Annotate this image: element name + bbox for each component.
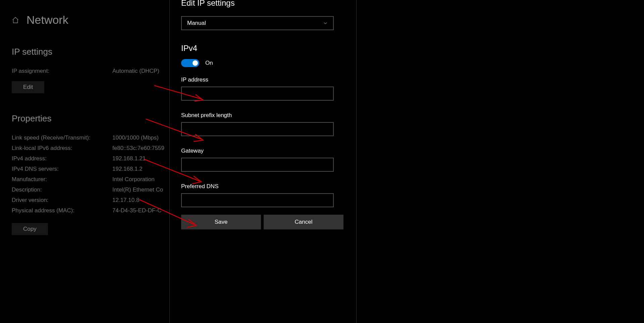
subnet-label: Subnet prefix length: [181, 112, 345, 119]
page-title: Network: [26, 13, 68, 26]
ip-address-input[interactable]: [181, 87, 334, 101]
save-button[interactable]: Save: [181, 215, 261, 229]
ipv4-toggle[interactable]: [181, 59, 199, 67]
ip-assignment-value: Automatic (DHCP): [112, 68, 159, 74]
subnet-prefix-input[interactable]: [181, 122, 334, 136]
gateway-input[interactable]: [181, 158, 334, 172]
chevron-down-icon: [323, 21, 328, 25]
ip-address-label: IP address: [181, 76, 345, 83]
dialog-title: Edit IP settings: [181, 0, 345, 8]
ip-mode-value: Manual: [187, 20, 206, 26]
preferred-dns-input[interactable]: [181, 193, 334, 207]
ipv4-toggle-row: On: [181, 59, 345, 67]
edit-button[interactable]: Edit: [12, 81, 44, 93]
gateway-label: Gateway: [181, 148, 345, 154]
ip-mode-select[interactable]: Manual: [181, 16, 334, 30]
ip-assignment-label: IP assignment:: [12, 68, 112, 74]
toggle-thumb: [193, 60, 198, 66]
home-icon: [12, 16, 19, 24]
ipv4-toggle-label: On: [205, 60, 213, 66]
copy-button[interactable]: Copy: [12, 223, 48, 235]
dialog-button-row: Save Cancel: [181, 215, 343, 229]
dns-label: Preferred DNS: [181, 183, 345, 190]
ipv4-heading: IPv4: [181, 44, 345, 53]
edit-ip-dialog: Edit IP settings Manual IPv4 On IP addre…: [169, 0, 357, 323]
cancel-button[interactable]: Cancel: [264, 215, 343, 229]
